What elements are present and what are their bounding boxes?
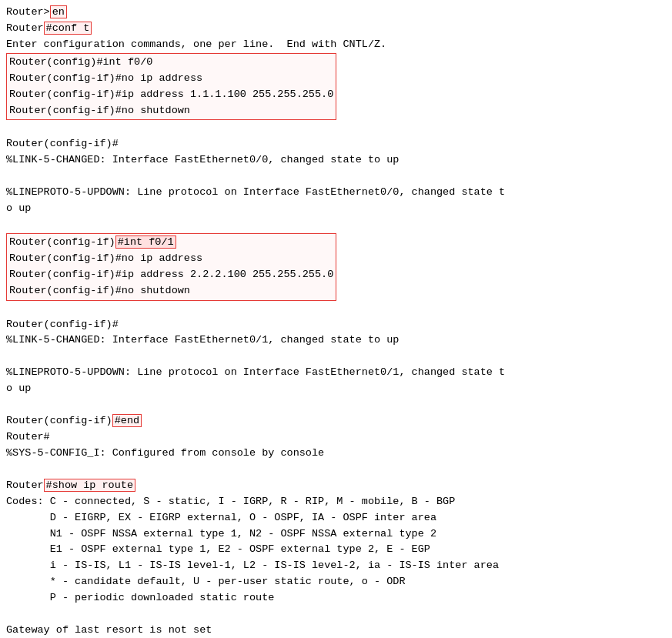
cmd-conf-t: #conf t (44, 22, 92, 35)
line-17: Router(config-if)#ip address 2.2.2.100 2… (9, 267, 333, 283)
line-32: D - EIGRP, EX - EIGRP external, O - OSPF… (6, 510, 666, 526)
line-28: %SYS-5-CONFIG_I: Configured from console… (6, 446, 666, 462)
line-20: Router(config-if)# (6, 317, 666, 333)
line-blank-3 (6, 217, 666, 233)
line-3: Enter configuration commands, one per li… (6, 37, 666, 53)
line-6: Router(config-if)#ip address 1.1.1.100 2… (9, 87, 333, 103)
line-blank-7 (6, 462, 666, 478)
line-2: Router#conf t (6, 21, 666, 37)
line-31: Codes: C - connected, S - static, I - IG… (6, 494, 666, 510)
line-21: %LINK-5-CHANGED: Interface FastEthernet0… (6, 332, 666, 349)
router-prompt-end: Router(config-if) (6, 415, 112, 426)
line-9: Router(config-if)# (6, 136, 666, 152)
line-10: %LINK-5-CHANGED: Interface FastEthernet0… (6, 152, 666, 169)
line-30: Router#show ip route (6, 478, 666, 494)
line-23: %LINEPROTO-5-UPDOWN: Line protocol on In… (6, 365, 666, 381)
line-12: %LINEPROTO-5-UPDOWN: Line protocol on In… (6, 185, 666, 201)
line-16: Router(config-if)#no ip address (9, 251, 333, 267)
cmd-end: #end (112, 414, 142, 427)
line-39: Gateway of last resort is not set (6, 623, 666, 638)
terminal: Router>en Router#conf t Enter configurat… (0, 0, 672, 638)
line-blank-2 (6, 169, 666, 185)
router-prompt-f01: Router(config-if) (9, 236, 115, 248)
config-f01-block: Router(config-if)#int f0/1 Router(config… (6, 233, 336, 301)
line-7: Router(config-if)#no shutdown (9, 103, 333, 119)
router-prompt-1: Router> (6, 6, 50, 18)
line-37: P - periodic downloaded static route (6, 590, 666, 606)
line-36: * - candidate default, U - per-user stat… (6, 574, 666, 590)
cmd-show-ip-route: #show ip route (44, 479, 135, 492)
line-35: i - IS-IS, L1 - IS-IS level-1, L2 - IS-I… (6, 558, 666, 574)
router-prompt-show: Router (6, 479, 44, 491)
line-blank-5 (6, 349, 666, 365)
line-blank-6 (6, 397, 666, 413)
line-blank-8 (6, 606, 666, 623)
line-26: Router(config-if)#end (6, 413, 666, 429)
line-34: E1 - OSPF external type 1, E2 - OSPF ext… (6, 542, 666, 558)
line-5: Router(config-if)#no ip address (9, 71, 333, 87)
line-13: o up (6, 201, 666, 217)
config-f00-block: Router(config)#int f0/0 Router(config-if… (6, 53, 336, 121)
line-blank-4 (6, 301, 666, 317)
line-33: N1 - OSPF NSSA external type 1, N2 - OSP… (6, 526, 666, 543)
line-15: Router(config-if)#int f0/1 (9, 235, 333, 251)
line-blank-1 (6, 120, 666, 136)
line-27: Router# (6, 429, 666, 446)
line-18: Router(config-if)#no shutdown (9, 283, 333, 299)
cmd-int-f01: #int f0/1 (115, 235, 176, 249)
line-1: Router>en (6, 5, 666, 21)
router-prompt-2: Router (6, 22, 44, 34)
cmd-en: en (50, 5, 67, 18)
line-4: Router(config)#int f0/0 (9, 55, 333, 71)
line-24: o up (6, 381, 666, 397)
